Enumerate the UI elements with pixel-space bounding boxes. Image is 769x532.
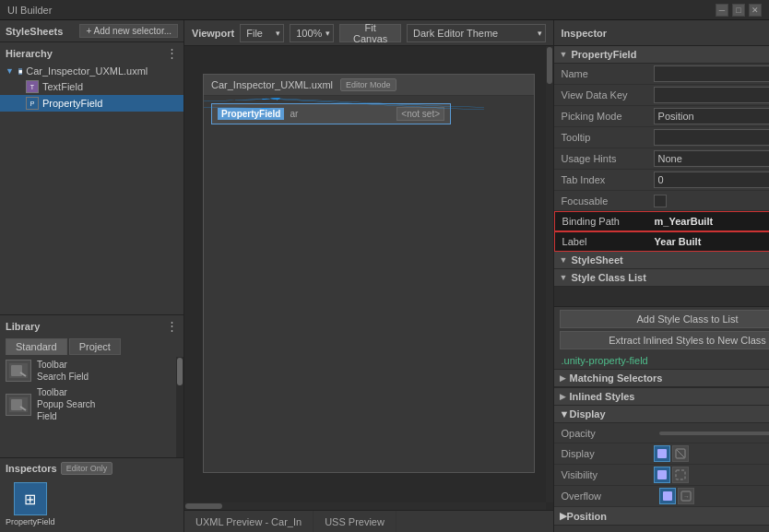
inspector-items-list: ⊞ PropertyField [0,479,183,530]
position-arrow: ▶ [560,510,567,522]
minimize-btn[interactable]: ─ [716,4,728,17]
canvas-vscroll-thumb[interactable] [547,47,552,84]
inlined-styles-header[interactable]: ▶ Inlined Styles [554,387,769,406]
visibility-toggle-2[interactable] [672,467,689,483]
window-title: UI Builder [7,5,52,16]
style-class-list-arrow: ▼ [560,273,568,282]
display-toggle-2[interactable] [672,445,689,462]
add-style-class-btn[interactable]: Add Style Class to List [560,310,769,328]
zoom-dropdown[interactable]: 100% [290,24,334,42]
inspector-body[interactable]: ▼ PropertyField Name View Data Key Picki… [554,46,769,532]
toolbar-popup-search-icon [6,394,31,416]
svg-rect-9 [657,470,667,479]
overflow-toggle-1[interactable] [659,488,676,504]
binding-path-value: m_YearBuilt [655,216,769,227]
canvas-vscrollbar[interactable] [546,46,553,502]
display-toggle-1[interactable] [654,445,670,462]
main-content: StyleSheets + Add new selector... Hierar… [0,20,769,532]
stylesheet-arrow: ▼ [560,255,568,265]
tab-standard[interactable]: Standard [6,338,67,355]
view-data-key-input[interactable] [654,87,769,103]
tooltip-row: Tooltip [554,127,769,148]
uxml-preview-tab[interactable]: UXML Preview - Car_In [184,511,314,532]
matching-selectors-arrow: ▶ [560,373,566,383]
opacity-slider[interactable] [659,432,769,435]
maximize-btn[interactable]: □ [732,4,745,17]
svg-rect-11 [663,491,672,501]
toolbar-popup-search-label: ToolbarPopup SearchField [37,386,95,422]
svg-line-8 [677,450,684,457]
matching-selectors-title: Matching Selectors [570,372,663,384]
style-class-list-header[interactable]: ▼ Style Class List [554,269,769,287]
stylesheet-title: StyleSheet [571,254,622,266]
visibility-label: Visibility [562,469,654,480]
focusable-value [654,195,769,207]
style-class-list-title: Style Class List [571,272,645,283]
propertyfield-inspector-item[interactable]: ⊞ PropertyField [6,482,55,526]
stylesheet-section-header[interactable]: ▼ StyleSheet [554,252,769,269]
library-scrollbar[interactable] [176,357,183,457]
textfield-icon: T [26,80,39,93]
window-controls: ─ □ ✕ [716,4,762,17]
name-value-area [654,65,769,82]
focusable-checkbox[interactable] [654,195,667,207]
picking-mode-label: Picking Mode [562,111,654,122]
usage-hints-value: None [654,150,769,167]
display-arrow: ▼ [560,408,570,420]
name-label: Name [562,68,654,79]
pf-icon-symbol: ⊞ [24,491,36,508]
display-property-row: Display [554,443,769,465]
hierarchy-menu-btn[interactable]: ⋮ [166,46,178,60]
position-section-header[interactable]: ▶ Position [554,507,769,526]
label-row: Label Year Built [554,231,769,252]
canvas-hscroll-thumb[interactable] [185,503,222,509]
canvas-body: PropertyField ar <not set> [204,96,534,132]
view-data-key-row: View Data Key [554,85,769,106]
title-bar: UI Builder ─ □ ✕ [0,0,769,20]
theme-dropdown[interactable]: Dark Editor Theme [407,24,546,42]
svg-rect-10 [676,470,685,479]
tab-project[interactable]: Project [69,338,121,355]
propertyfield-section-title: PropertyField [571,49,636,60]
file-icon: ■ [18,68,22,75]
view-data-key-label: View Data Key [562,89,654,100]
hierarchy-item-textfield[interactable]: T TextField [0,78,183,95]
overflow-toggle-2[interactable]: → [678,488,694,504]
extract-inlined-btn[interactable]: Extract Inlined Styles to New Class [560,331,769,349]
library-menu-btn[interactable]: ⋮ [166,319,178,333]
svg-rect-4 [11,399,22,410]
library-tab-bar: Standard Project [0,337,183,357]
file-dropdown[interactable]: File [240,24,284,42]
binding-path-row: Binding Path m_YearBuilt [554,211,769,231]
name-input[interactable] [654,65,769,82]
library-scroll-thumb[interactable] [177,358,183,385]
tab-index-input[interactable] [654,171,769,188]
list-item[interactable]: ToolbarSearch Field [0,357,176,384]
pf-not-set: <not set> [396,107,444,121]
inlined-styles-title: Inlined Styles [570,391,635,402]
usage-hints-dropdown[interactable]: None [654,150,769,167]
list-item[interactable]: ToolbarPopup SearchField [0,384,176,424]
picking-mode-dropdown[interactable]: Position [654,108,769,124]
uss-preview-tab[interactable]: USS Preview [314,511,396,532]
opacity-row: Opacity 100 [554,423,769,443]
display-toggle-area [654,445,769,462]
canvas-hscrollbar[interactable] [184,502,546,510]
property-field-element[interactable]: PropertyField ar <not set> [211,103,451,124]
matching-selectors-header[interactable]: ▶ Matching Selectors [554,369,769,387]
fit-canvas-btn[interactable]: Fit Canvas [339,24,401,42]
display-section-header[interactable]: ▼ Display [554,406,769,423]
hierarchy-item-propertyfield[interactable]: P PropertyField [0,95,183,112]
svg-rect-1 [11,365,22,376]
hierarchy-file-item[interactable]: ▼ ■ Car_Inspector_UXML.uxml [0,64,183,78]
style-class-input[interactable] [560,290,769,301]
library-section: Library ⋮ Standard Project [0,315,183,458]
tooltip-input[interactable] [654,129,769,146]
svg-text:→: → [683,493,690,500]
tab-index-label: Tab Index [562,174,654,185]
close-btn[interactable]: ✕ [749,4,762,17]
visibility-toggle-1[interactable] [654,467,670,483]
propertyfield-section-header[interactable]: ▼ PropertyField [554,46,769,64]
add-selector-btn[interactable]: + Add new selector... [79,24,178,38]
visibility-toggle-area [654,467,769,483]
